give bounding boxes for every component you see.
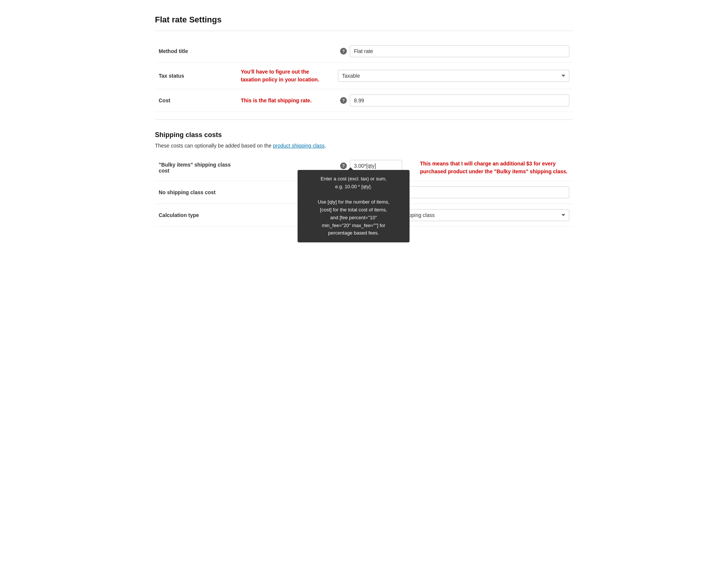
no-shipping-class-field-cell — [334, 181, 573, 204]
bulky-items-help-icon[interactable]: ? — [340, 162, 347, 169]
no-shipping-class-label: No shipping class cost — [155, 181, 237, 204]
no-shipping-class-annotation-cell — [237, 181, 334, 204]
main-settings-table: Method title ? Tax status You'll have to… — [155, 40, 573, 112]
cost-input-group: ? — [338, 94, 569, 106]
method-title-help-icon[interactable]: ? — [340, 48, 347, 55]
no-shipping-class-row: No shipping class cost — [155, 181, 573, 204]
cost-label: Cost — [155, 89, 237, 112]
method-title-annotation — [237, 40, 334, 63]
tax-status-label: Tax status — [155, 63, 237, 89]
bulky-items-annotation-cell — [237, 155, 334, 181]
shipping-class-title: Shipping class costs — [155, 131, 573, 139]
shipping-class-section: Shipping class costs These costs can opt… — [155, 131, 573, 227]
calculation-type-row: Calculation type Charge shipping for eac… — [155, 204, 573, 227]
no-shipping-class-input[interactable] — [338, 186, 569, 198]
cost-annotation: This is the flat shipping rate. — [237, 89, 334, 112]
method-title-field-cell: ? — [334, 40, 573, 63]
cost-row: Cost This is the flat shipping rate. ? — [155, 89, 573, 112]
bulky-items-tooltip-wrapper: ? Enter a cost (excl. tax) or sum, e.g. … — [338, 162, 347, 169]
calculation-type-select[interactable]: Charge shipping for each shipping class … — [338, 209, 569, 221]
bulky-items-field-cell: ? Enter a cost (excl. tax) or sum, e.g. … — [334, 155, 573, 181]
method-title-input[interactable] — [350, 45, 569, 57]
shipping-class-table: "Bulky items" shipping class cost ? Ente — [155, 155, 573, 227]
page-wrapper: Flat rate Settings Method title ? — [144, 7, 584, 242]
section-divider — [155, 120, 573, 120]
calculation-type-label: Calculation type — [155, 204, 237, 227]
tax-status-field-cell: Taxable None — [334, 63, 573, 89]
cost-input[interactable] — [350, 94, 569, 106]
tooltip-line8: percentage based fees. — [328, 230, 379, 236]
bulky-items-input-group: ? Enter a cost (excl. tax) or sum, e.g. … — [338, 160, 413, 172]
bulky-items-help-row: ? Enter a cost (excl. tax) or sum, e.g. … — [338, 160, 413, 172]
tax-status-annotation: You'll have to figure out the taxation p… — [237, 63, 334, 89]
product-shipping-class-link[interactable]: product shipping class — [273, 143, 325, 149]
bulky-items-right-annotation: This means that I will charge an additio… — [420, 160, 569, 176]
method-title-row: Method title ? — [155, 40, 573, 63]
cost-help-icon[interactable]: ? — [340, 97, 347, 104]
shipping-class-description: These costs can optionally be added base… — [155, 143, 573, 149]
calculation-type-field-cell: Charge shipping for each shipping class … — [334, 204, 573, 227]
page-title: Flat rate Settings — [155, 15, 573, 31]
bulky-items-label: "Bulky items" shipping class cost — [155, 155, 237, 181]
method-title-label: Method title — [155, 40, 237, 63]
bulky-items-input[interactable] — [350, 160, 402, 172]
cost-field-cell: ? — [334, 89, 573, 112]
bulky-items-row: "Bulky items" shipping class cost ? Ente — [155, 155, 573, 181]
method-title-input-group: ? — [338, 45, 569, 57]
bulky-items-input-annotation-wrapper: ? Enter a cost (excl. tax) or sum, e.g. … — [338, 160, 569, 176]
tax-status-select[interactable]: Taxable None — [338, 70, 569, 82]
tax-status-row: Tax status You'll have to figure out the… — [155, 63, 573, 89]
calculation-type-annotation-cell — [237, 204, 334, 227]
